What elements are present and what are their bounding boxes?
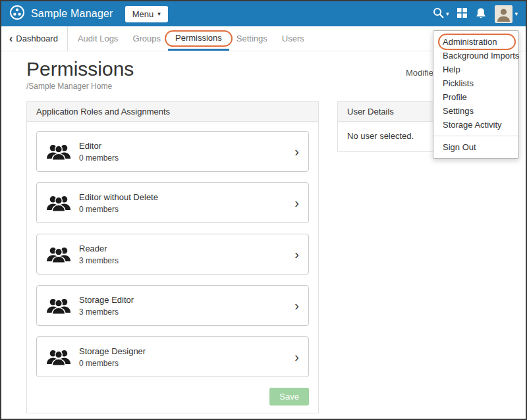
role-name: Editor without Delete <box>79 192 158 202</box>
menu-button[interactable]: Menu ▾ <box>125 6 168 22</box>
chevron-down-icon: ▾ <box>446 11 449 17</box>
app-logo-icon <box>9 5 25 23</box>
topbar-actions: ▾ <box>433 5 518 23</box>
chevron-right-icon: › <box>294 350 299 363</box>
top-navigation-bar: Sample Manager Menu ▾ ▾ <box>1 1 526 26</box>
menu-item-picklists[interactable]: Picklists <box>433 76 518 90</box>
back-to-dashboard-link[interactable]: ‹ Dashboard <box>9 26 68 51</box>
menu-item-profile[interactable]: Profile <box>433 90 518 104</box>
roles-panel-body: Editor 0 members › <box>27 122 318 415</box>
menu-divider <box>433 136 518 136</box>
role-members: 0 members <box>79 205 158 214</box>
roles-panel-header: Application Roles and Assignments <box>27 102 318 122</box>
role-row-editor[interactable]: Editor 0 members › <box>36 131 309 172</box>
tab-users[interactable]: Users <box>275 26 312 51</box>
role-name: Editor <box>79 141 119 151</box>
menu-item-background-imports[interactable]: Background Imports <box>433 49 518 63</box>
chevron-down-icon: ▾ <box>514 11 518 17</box>
role-members: 3 members <box>79 256 119 265</box>
role-name: Storage Editor <box>79 295 134 305</box>
brand-name: Sample Manager <box>31 8 113 20</box>
user-avatar-button[interactable]: ▾ <box>495 5 518 23</box>
role-name: Storage Designer <box>79 346 146 356</box>
apps-grid-button[interactable] <box>457 8 467 20</box>
page-subtitle: /Sample Manager Home <box>26 82 134 91</box>
tab-groups[interactable]: Groups <box>125 26 168 51</box>
users-group-icon <box>46 348 71 366</box>
modified-note: Modifie <box>406 68 433 78</box>
menu-item-administration[interactable]: Administration <box>433 35 518 49</box>
role-row-editor-without-delete[interactable]: Editor without Delete 0 members › <box>36 182 309 223</box>
tab-permissions[interactable]: Permissions <box>168 26 229 51</box>
search-icon <box>433 7 444 20</box>
menu-item-settings[interactable]: Settings <box>433 104 518 118</box>
menu-item-help[interactable]: Help <box>433 63 518 76</box>
notifications-button[interactable] <box>476 7 486 20</box>
role-row-storage-editor[interactable]: Storage Editor 3 members › <box>36 285 309 326</box>
tab-permissions-label: Permissions <box>175 33 222 43</box>
chevron-right-icon: › <box>294 196 299 209</box>
role-row-storage-designer[interactable]: Storage Designer 0 members › <box>36 336 309 377</box>
menu-button-label: Menu <box>132 9 154 19</box>
users-group-icon <box>46 143 71 161</box>
chevron-down-icon: ▾ <box>157 11 161 17</box>
save-button[interactable]: Save <box>269 388 309 406</box>
search-button[interactable]: ▾ <box>433 7 449 20</box>
avatar <box>495 5 513 23</box>
app-window: Sample Manager Menu ▾ ▾ <box>0 0 527 420</box>
role-members: 3 members <box>79 307 134 317</box>
role-row-reader[interactable]: Reader 3 members › <box>36 234 309 275</box>
users-group-icon <box>46 194 71 212</box>
role-members: 0 members <box>79 359 146 368</box>
page-title: Permissions <box>26 58 134 80</box>
back-label: Dashboard <box>16 34 58 43</box>
tab-audit-logs[interactable]: Audit Logs <box>70 26 125 51</box>
menu-item-label: Administration <box>443 37 497 47</box>
menu-item-storage-activity[interactable]: Storage Activity <box>433 118 518 132</box>
tab-settings[interactable]: Settings <box>229 26 275 51</box>
user-dropdown-menu: Administration Background Imports Help P… <box>433 30 519 159</box>
role-name: Reader <box>79 244 119 253</box>
chevron-right-icon: › <box>294 145 299 158</box>
users-group-icon <box>46 246 71 263</box>
page-heading: Permissions /Sample Manager Home <box>26 58 134 91</box>
roles-panel: Application Roles and Assignments Editor <box>26 101 319 413</box>
menu-item-sign-out[interactable]: Sign Out <box>433 140 518 154</box>
chevron-right-icon: › <box>294 248 299 261</box>
grid-icon <box>457 8 467 20</box>
users-group-icon <box>46 297 71 315</box>
brand[interactable]: Sample Manager <box>9 5 113 23</box>
chevron-left-icon: ‹ <box>9 34 13 44</box>
role-members: 0 members <box>79 153 119 163</box>
save-row: Save <box>36 388 309 406</box>
bell-icon <box>476 7 486 20</box>
chevron-right-icon: › <box>294 299 299 312</box>
